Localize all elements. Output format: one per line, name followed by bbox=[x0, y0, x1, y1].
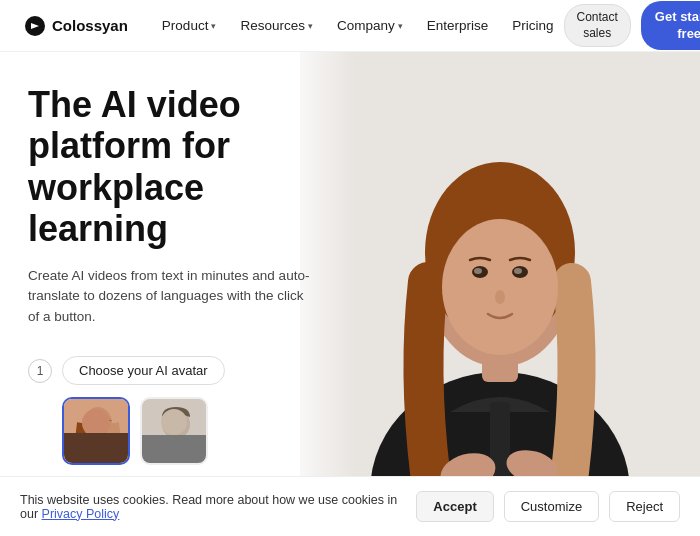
svg-rect-22 bbox=[166, 437, 186, 465]
svg-rect-17 bbox=[90, 437, 106, 465]
hero-section: The AI video platform for workplace lear… bbox=[0, 52, 700, 536]
nav-company[interactable]: Company ▾ bbox=[327, 12, 413, 39]
logo[interactable]: Colossyan bbox=[24, 15, 128, 37]
nav-enterprise-label: Enterprise bbox=[427, 18, 489, 33]
cookie-customize-button[interactable]: Customize bbox=[504, 491, 599, 522]
nav-company-label: Company bbox=[337, 18, 395, 33]
contact-sales-line2: sales bbox=[583, 26, 611, 42]
nav-resources-label: Resources bbox=[240, 18, 305, 33]
choose-avatar-pill[interactable]: Choose your AI avatar bbox=[62, 356, 225, 385]
nav-product-label: Product bbox=[162, 18, 209, 33]
privacy-policy-link[interactable]: Privacy Policy bbox=[42, 507, 120, 521]
hero-subtitle: Create AI videos from text in minutes an… bbox=[28, 266, 312, 329]
avatar-male[interactable] bbox=[140, 397, 208, 465]
nav-enterprise[interactable]: Enterprise bbox=[417, 12, 499, 39]
nav-product[interactable]: Product ▾ bbox=[152, 12, 227, 39]
svg-point-16 bbox=[84, 407, 112, 439]
hero-title: The AI video platform for workplace lear… bbox=[28, 84, 312, 250]
svg-point-9 bbox=[474, 268, 482, 274]
step-1-number: 1 bbox=[28, 359, 52, 383]
chevron-down-icon: ▾ bbox=[308, 21, 313, 31]
nav-right: Contact sales Get started free Log in bbox=[564, 1, 701, 51]
logo-text: Colossyan bbox=[52, 17, 128, 34]
svg-point-11 bbox=[495, 290, 505, 304]
hero-content: The AI video platform for workplace lear… bbox=[0, 52, 340, 536]
contact-sales-button[interactable]: Contact sales bbox=[564, 4, 631, 47]
cookie-accept-button[interactable]: Accept bbox=[416, 491, 493, 522]
avatar-male-image bbox=[142, 399, 206, 463]
nav-pricing-label: Pricing bbox=[512, 18, 553, 33]
svg-point-6 bbox=[442, 219, 558, 355]
contact-sales-line1: Contact bbox=[577, 10, 618, 26]
hero-image bbox=[300, 52, 700, 536]
logo-icon bbox=[24, 15, 46, 37]
svg-point-24 bbox=[177, 421, 183, 426]
chevron-down-icon: ▾ bbox=[398, 21, 403, 31]
avatar-female[interactable] bbox=[62, 397, 130, 465]
nav-items: Product ▾ Resources ▾ Company ▾ Enterpri… bbox=[152, 12, 564, 39]
avatars-row bbox=[62, 397, 312, 465]
nav-resources[interactable]: Resources ▾ bbox=[230, 12, 323, 39]
get-started-button[interactable]: Get started free bbox=[641, 1, 700, 51]
navigation: Colossyan Product ▾ Resources ▾ Company … bbox=[0, 0, 700, 52]
step-1-row: 1 Choose your AI avatar bbox=[28, 356, 312, 385]
woman-avatar-svg bbox=[300, 52, 700, 536]
chevron-down-icon: ▾ bbox=[211, 21, 216, 31]
nav-pricing[interactable]: Pricing bbox=[502, 12, 563, 39]
svg-rect-20 bbox=[142, 399, 208, 465]
avatar-female-image bbox=[64, 399, 128, 463]
cookie-banner: This website uses cookies. Read more abo… bbox=[0, 476, 700, 536]
svg-point-23 bbox=[169, 421, 175, 426]
cookie-text: This website uses cookies. Read more abo… bbox=[20, 493, 406, 521]
svg-point-18 bbox=[91, 420, 97, 425]
svg-point-10 bbox=[514, 268, 522, 274]
cookie-reject-button[interactable]: Reject bbox=[609, 491, 680, 522]
svg-point-19 bbox=[99, 420, 105, 425]
